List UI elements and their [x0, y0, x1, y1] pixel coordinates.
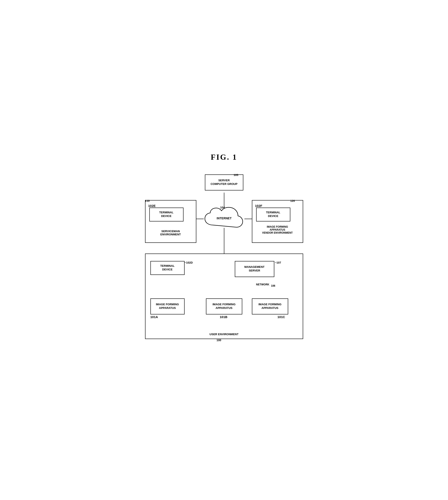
ref-101A: 101A [150, 315, 158, 319]
terminal-102E-label: TERMINALDEVICE [159, 211, 174, 218]
image-101A-box: IMAGE FORMINGAPPARATUS [150, 299, 185, 315]
ref-102E: 102E [148, 204, 156, 208]
ref-104: 104 [220, 206, 225, 209]
ref-101B: 101B [220, 315, 227, 319]
serviceman-env-label: SERVICEMANENVIRONMENT [145, 230, 196, 236]
image-101C-label: IMAGE FORMINGAPPARATUS [258, 303, 282, 310]
server-computer-group-label: SERVERCOMPUTER GROUP [211, 179, 238, 186]
ref-100: 100 [217, 339, 221, 342]
management-server-box: MANAGEMENTSERVER [235, 261, 274, 277]
user-env-label: USER ENVIRONMENT [145, 333, 303, 336]
image-101B-label: IMAGE FORMINGAPPARATUS [213, 303, 236, 310]
terminal-102E-box: TERMINALDEVICE [149, 208, 184, 221]
internet-cloud: INTERNET [202, 207, 247, 231]
ref-106: 106 [271, 284, 275, 287]
vendor-env-label: IMAGE FORMINGAPPARATUSVENDOR ENVIRONMENT [252, 225, 303, 234]
ref-110: 110 [145, 199, 150, 202]
svg-text:INTERNET: INTERNET [217, 217, 232, 220]
management-server-label: MANAGEMENTSERVER [244, 265, 265, 273]
image-101B-box: IMAGE FORMINGAPPARATUS [206, 299, 242, 315]
terminal-102F-label: TERMINALDEVICE [266, 211, 280, 218]
ref-120: 120 [290, 199, 295, 202]
page: FIG. 1 SERVERCOMPUTER GROUP [128, 144, 320, 356]
figure-title: FIG. 1 [141, 153, 307, 162]
network-label: NETWORK [256, 283, 269, 286]
image-101A-label: IMAGE FORMINGAPPARATUS [156, 303, 179, 310]
terminal-102D-label: TERMINALDEVICE [160, 264, 175, 271]
terminal-102F-box: TERMINALDEVICE [256, 208, 290, 221]
ref-105: 105 [234, 173, 239, 177]
ref-101C: 101C [277, 315, 285, 319]
ref-107: ~107 [275, 261, 281, 264]
image-101C-box: IMAGE FORMINGAPPARATUS [252, 299, 288, 315]
ref-102F: 102F [255, 204, 262, 208]
terminal-102D-box: TERMINALDEVICE [150, 261, 185, 275]
server-computer-group-box: SERVERCOMPUTER GROUP [205, 174, 243, 190]
ref-102D: ~102D [185, 261, 193, 264]
diagram: SERVERCOMPUTER GROUP 105 INTERNET 104 11… [141, 172, 307, 348]
